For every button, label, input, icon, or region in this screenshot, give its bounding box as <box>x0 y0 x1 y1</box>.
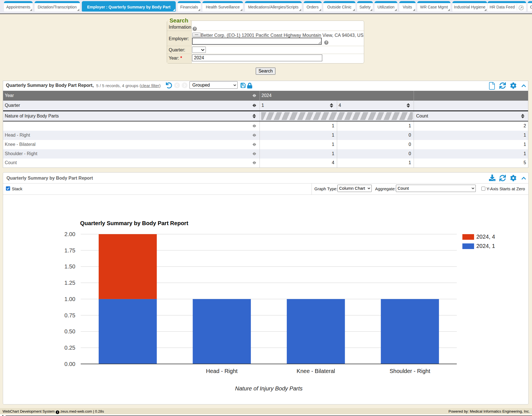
svg-text:Shoulder - Right: Shoulder - Right <box>389 368 430 374</box>
svg-text:0.25: 0.25 <box>64 345 75 351</box>
svg-text:0.75: 0.75 <box>64 312 75 318</box>
svg-text:2024, 4: 2024, 4 <box>476 234 495 240</box>
svg-text:Quarterly Summary by Body Part: Quarterly Summary by Body Part Report <box>80 220 188 226</box>
svg-text:Head - Right: Head - Right <box>206 368 238 374</box>
svg-text:1.50: 1.50 <box>64 263 75 270</box>
svg-text:Knee - Bilateral: Knee - Bilateral <box>297 368 335 374</box>
svg-text:Nature of Injury Body Parts: Nature of Injury Body Parts <box>235 385 303 392</box>
svg-text:2024, 1: 2024, 1 <box>476 243 495 249</box>
svg-text:0.50: 0.50 <box>64 328 75 334</box>
svg-text:1.00: 1.00 <box>64 296 75 302</box>
svg-text:1.25: 1.25 <box>64 280 75 286</box>
svg-text:0.00: 0.00 <box>64 361 75 367</box>
svg-text:1.75: 1.75 <box>64 247 75 254</box>
svg-text:2.00: 2.00 <box>64 231 75 237</box>
